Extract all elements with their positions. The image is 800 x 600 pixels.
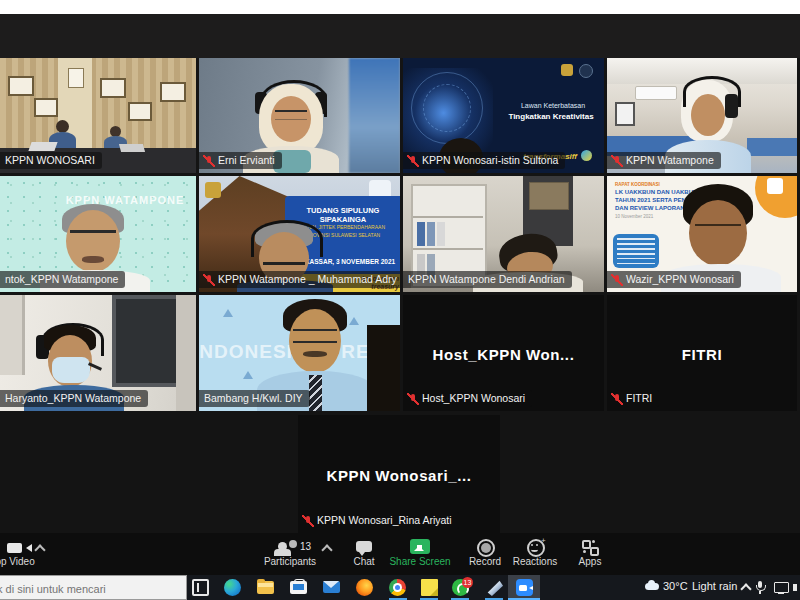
mustache [303, 351, 327, 357]
mail-fold [323, 581, 339, 588]
participant-name-label: Bambang H/Kwl. DIY [199, 390, 310, 407]
glasses [275, 110, 307, 120]
muted-mic-icon [612, 393, 622, 405]
participant-name-label: KPPN Wonosari_Rina Ariyati [298, 512, 459, 529]
firefox-icon[interactable] [356, 579, 373, 596]
ministry-logo [561, 64, 573, 76]
record-icon-dot [481, 543, 491, 553]
dark-object [367, 325, 400, 411]
mic-cradle [756, 585, 766, 591]
task-view-icon-inner [197, 583, 207, 592]
brand-logo [581, 150, 592, 161]
participant-name-label: Wazir_KPPN Wonosari [607, 271, 741, 288]
eyebrows [695, 224, 741, 232]
video-tile-haryanto[interactable]: Haryanto_KPPN Watampone [0, 295, 196, 411]
participant-name-label: KPPN Watampone [607, 152, 721, 169]
participant-name: KPPN Watampone [626, 154, 714, 167]
participant-name-label: Haryanto_KPPN Watampone [0, 390, 148, 407]
slide-title: TUDANG SIPULUNG SIPAKAINGA [289, 206, 397, 224]
participant-name: Erni Ervianti [218, 154, 275, 167]
muted-mic-icon [408, 393, 418, 405]
reactions-plus: + [541, 536, 546, 545]
laptop [28, 142, 57, 151]
logo-on-circle [767, 178, 783, 194]
participant-name-label: KPPN Watampone _ Muhammad Adry Said [199, 271, 400, 288]
video-tile-erni-ervianti[interactable]: Erni Ervianti [199, 58, 400, 173]
video-tile-muhammad-adry-said[interactable]: TUDANG SIPULUNG SIPAKAINGA KANAL JITTEK … [199, 176, 400, 292]
participant-name: ntok_KPPN Watampone [5, 273, 118, 286]
participant-name: Wazir_KPPN Wonosari [626, 273, 734, 286]
participant-name-label: KPPN Wonosari-istin Sultona [403, 152, 565, 169]
muted-mic-icon [612, 155, 622, 167]
video-tile-host[interactable]: Host_KPPN Won... Host_KPPN Wonosari [403, 295, 604, 411]
participants-count: 13 [300, 541, 311, 552]
face [691, 94, 725, 136]
participant-name: Haryanto_KPPN Watampone [5, 392, 141, 405]
video-tile-rina-ariyati[interactable]: KPPN Wonosari_... KPPN Wonosari_Rina Ari… [298, 415, 500, 533]
participant-name-label: FITRI [607, 390, 659, 407]
sticky-fold [430, 588, 438, 596]
face [689, 200, 747, 266]
org-logo [579, 64, 593, 78]
participant-name: KPPN Watampone _ Muhammad Adry Said [218, 273, 400, 286]
certificate-frame [128, 102, 152, 121]
blurred-window [349, 58, 400, 173]
chevron-up-icon[interactable] [34, 544, 45, 555]
glasses [70, 230, 116, 242]
apps-icon-dot [592, 540, 595, 543]
search-input[interactable] [0, 576, 180, 600]
video-tile-wazir[interactable]: RAPAT KOORDINASI LK UAKKBUN DAN UAKBUN-D… [607, 176, 797, 292]
whatsapp-badge: 13 [462, 577, 473, 588]
shelf [413, 248, 483, 250]
tray-chevron-up-icon[interactable] [740, 583, 751, 594]
reactions-eye [531, 544, 533, 546]
edge-icon[interactable] [224, 579, 241, 596]
window-chrome-area [0, 14, 800, 58]
dark-window [112, 295, 180, 387]
laptop [119, 144, 145, 152]
participant-name: KPPN Wonosari-istin Sultona [422, 154, 558, 167]
headphone-cup [725, 94, 738, 118]
display-stand [778, 592, 784, 594]
taskbar-search-box[interactable] [0, 575, 187, 600]
chrome-blue [395, 585, 400, 590]
glasses [293, 329, 337, 343]
video-tile-kppn-wonosari[interactable]: KPPN WONOSARI [0, 58, 196, 173]
shelf [413, 216, 483, 218]
chevron-up-icon[interactable] [321, 544, 332, 555]
logo-plaque [68, 68, 84, 88]
reactions-smile [531, 547, 538, 552]
certificate-frame [100, 78, 126, 98]
participant-name-label: Erni Ervianti [199, 152, 282, 169]
video-tile-dendi-andrian[interactable]: KPPN Watampone Dendi Andrian [403, 176, 604, 292]
video-camera-icon-lens [22, 544, 32, 552]
apps-icon-dot [583, 550, 586, 553]
zoom-meeting-window: KPPN WONOSARI Erni Ervianti Lawan Keterb… [0, 0, 800, 600]
video-tile-bambang[interactable]: INDONESIAN TREASUR Bambang H/Kwl. DIY [199, 295, 400, 411]
binder [437, 222, 445, 246]
speaker-cone [796, 581, 800, 593]
video-tile-kppn-watampone-1[interactable]: KPPN Watampone [607, 58, 797, 173]
chat-icon [356, 541, 372, 552]
mouth [82, 256, 104, 263]
participant-name: Bambang H/Kwl. DIY [204, 392, 303, 405]
video-tile-fitri[interactable]: FITRI FITRI [607, 295, 797, 411]
door-frame [0, 295, 25, 375]
binder [417, 222, 425, 246]
windows-taskbar: 13 30°C Light rain [0, 575, 800, 600]
stop-video-label: Stop Video [0, 556, 56, 567]
folder-paper [258, 583, 273, 587]
video-tile-active-speaker[interactable]: KPPN WATAMPONE ntok_KPPN Watampone [0, 176, 196, 292]
participants-icon-2 [289, 540, 297, 548]
store-flag [293, 584, 304, 590]
top-white-strip [0, 0, 800, 14]
participant-name: KPPN Watampone Dendi Andrian [408, 273, 565, 286]
wall-edge [176, 295, 196, 411]
video-camera-icon [7, 543, 22, 553]
video-tile-istin-sultona[interactable]: Lawan Keterbatasan Tingkatkan Kreativita… [403, 58, 604, 173]
reactions-eye [536, 544, 538, 546]
backdrop-watermark: KPPN WATAMPONE [60, 194, 190, 206]
tile-display-name: Host_KPPN Won... [403, 346, 604, 363]
apps-icon-sq [590, 547, 599, 556]
tech-circle [423, 84, 471, 132]
